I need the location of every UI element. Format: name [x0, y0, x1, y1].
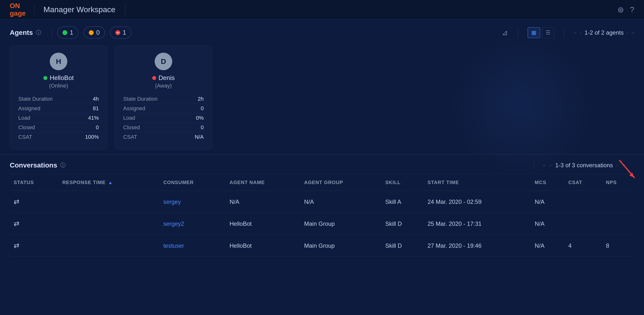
col-skill[interactable]: SKILL [381, 174, 424, 191]
away-count: 0 [96, 29, 100, 36]
logo-divider [34, 5, 35, 15]
stat-value: 41% [88, 115, 99, 121]
row2-mcs: N/A [531, 213, 564, 235]
row3-agent-group: Main Group [300, 235, 382, 257]
denis-status-dot [152, 76, 156, 80]
layers-icon[interactable]: ⊛ [618, 5, 624, 14]
row1-mcs: N/A [531, 191, 564, 213]
row1-start-time: 24 Mar. 2020 - 02:59 [424, 191, 531, 213]
row3-consumer[interactable]: testuser [159, 235, 226, 257]
table-row[interactable]: ⇄ sergey N/A N/A Skill A 24 Mar. 2020 - … [10, 191, 634, 213]
col-mcs[interactable]: MCS [531, 174, 564, 191]
logo: ONgage [10, 2, 26, 17]
col-skill-label: SKILL [385, 180, 400, 185]
row3-status: ⇄ [10, 235, 58, 257]
table-row[interactable]: ⇄ testuser HelloBot Main Group Skill D 2… [10, 235, 634, 257]
col-mcs-label: MCS [535, 180, 546, 185]
stat-row: Closed 0 [123, 123, 204, 132]
row2-status-icon: ⇄ [14, 220, 19, 228]
conv-label: conversations [577, 162, 613, 168]
stat-row: State Duration 2h [123, 94, 204, 104]
row1-status-icon: ⇄ [14, 198, 19, 206]
agent-cards-container: H HelloBot (Online) State Duration 4h As… [10, 46, 634, 149]
row1-csat [564, 191, 602, 213]
conversations-info-icon[interactable]: ⓘ [60, 162, 66, 169]
stat-row: Closed 0 [18, 123, 99, 132]
agents-next-page-btn[interactable]: › [626, 29, 628, 36]
agents-first-page-btn[interactable]: « [574, 29, 577, 36]
row2-nps [602, 213, 634, 235]
card-view-button[interactable]: ▦ [528, 27, 540, 38]
stat-value: 0 [96, 124, 99, 131]
stat-row: Load 41% [18, 113, 99, 123]
stat-label: Assigned [18, 105, 40, 112]
agents-current-range: 1-2 [584, 29, 593, 36]
agent-avatar-hellobot: H [50, 53, 67, 70]
stat-label: CSAT [123, 134, 137, 140]
hellobot-name: HelloBot [50, 74, 74, 82]
agent-card-denis[interactable]: D Denis (Away) State Duration 2h Assigne… [115, 46, 212, 149]
agents-controls: ⊿ ▦ ☰ « ‹ 1-2 of 2 agents › » [502, 27, 634, 38]
header-divider [52, 28, 52, 37]
row2-response-time [58, 213, 159, 235]
conversations-pagination-area: « ‹ 1-3 of 3 conversations › » [529, 161, 634, 169]
col-start-time[interactable]: START TIME [424, 174, 531, 191]
badge-online[interactable]: 1 [57, 26, 78, 39]
col-agent-name[interactable]: AGENT NAME [226, 174, 300, 191]
col-start-time-label: START TIME [428, 180, 459, 185]
row2-consumer-link[interactable]: sergey2 [163, 220, 184, 227]
col-agent-group[interactable]: AGENT GROUP [300, 174, 382, 191]
agents-title: Agents [10, 29, 33, 36]
table-header: STATUS RESPONSE TIME ▲ CONSUMER AGENT NA… [10, 174, 634, 191]
agents-info-icon[interactable]: ⓘ [36, 29, 41, 36]
controls-divider [518, 28, 518, 37]
table-row[interactable]: ⇄ sergey2 HelloBot Main Group Skill D 25… [10, 213, 634, 235]
badge-away[interactable]: 0 [84, 26, 105, 39]
status-badges: 1 0 — 1 [57, 26, 132, 39]
row1-consumer[interactable]: sergey [159, 191, 226, 213]
offline-dot: — [116, 30, 120, 35]
list-view-button[interactable]: ☰ [542, 27, 554, 38]
stat-row: CSAT 100% [18, 132, 99, 142]
conv-of: of [566, 162, 572, 168]
stat-value: 0% [196, 115, 204, 121]
stat-row: Load 0% [123, 113, 204, 123]
col-consumer[interactable]: CONSUMER [159, 174, 226, 191]
agents-total: 2 [601, 29, 604, 36]
row3-csat: 4 [564, 235, 602, 257]
agents-last-page-btn[interactable]: » [631, 29, 634, 36]
row3-consumer-link[interactable]: testuser [163, 242, 184, 249]
row2-consumer[interactable]: sergey2 [159, 213, 226, 235]
row3-agent-name: HelloBot [226, 235, 300, 257]
conversations-table: STATUS RESPONSE TIME ▲ CONSUMER AGENT NA… [10, 174, 634, 257]
conv-first-btn[interactable]: « [543, 162, 546, 168]
stat-row: CSAT N/A [123, 132, 204, 142]
help-icon[interactable]: ? [630, 5, 634, 14]
stat-row: Assigned 81 [18, 104, 99, 113]
online-count: 1 [70, 29, 73, 36]
col-status[interactable]: STATUS [10, 174, 58, 191]
col-response-time[interactable]: RESPONSE TIME ▲ [58, 174, 159, 191]
row2-skill: Skill D [381, 213, 424, 235]
agent-card-hellobot[interactable]: H HelloBot (Online) State Duration 4h As… [10, 46, 107, 149]
agents-prev-page-btn[interactable]: ‹ [580, 29, 582, 36]
hellobot-name-row: HelloBot [18, 74, 99, 82]
stat-label: Assigned [123, 105, 146, 112]
row1-nps [602, 191, 634, 213]
badge-offline[interactable]: — 1 [110, 26, 132, 39]
conv-prev-btn[interactable]: ‹ [550, 162, 551, 168]
conversations-section: Conversations ⓘ « ‹ 1-3 of 3 conversatio… [0, 154, 644, 315]
stat-label: Load [123, 115, 135, 121]
red-arrow-annotation [615, 158, 644, 187]
row3-response-time [58, 235, 159, 257]
row2-agent-name: HelloBot [226, 213, 300, 235]
stat-value: 81 [93, 105, 99, 112]
row1-consumer-link[interactable]: sergey [163, 198, 181, 205]
conv-page-info: 1-3 of 3 conversations [555, 162, 613, 169]
row1-agent-name: N/A [226, 191, 300, 213]
col-csat[interactable]: CSAT [564, 174, 602, 191]
logo-area: ONgage Manager Workspace [10, 2, 126, 17]
conv-total: 3 [572, 162, 575, 168]
filter-icon[interactable]: ⊿ [502, 28, 508, 37]
col-agent-name-label: AGENT NAME [230, 180, 265, 185]
